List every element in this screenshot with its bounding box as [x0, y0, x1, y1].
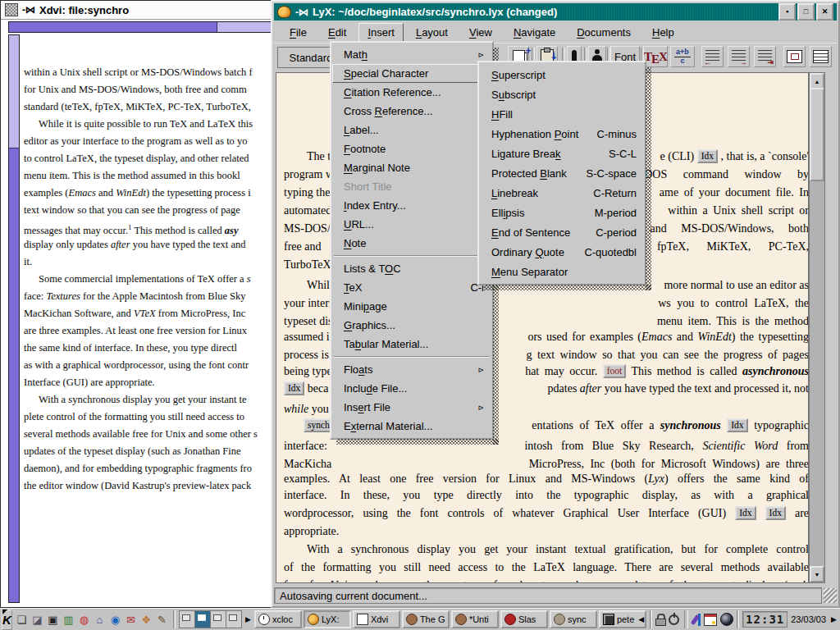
news-icon[interactable]: ❖ [139, 610, 154, 628]
menu-item-minipage[interactable]: Minipage [332, 297, 491, 316]
xdvi-titlebar[interactable]: -⋈ Xdvi: file:synchro [1, 1, 272, 20]
insert-marginnote-icon[interactable] [728, 46, 750, 67]
menubar-navigate[interactable]: Navigate [504, 23, 564, 42]
xdvi-hscroll-thumb[interactable] [9, 22, 217, 32]
task-button-slas[interactable]: Slas [500, 610, 548, 628]
console-icon[interactable]: ▣ [45, 610, 61, 628]
xdvi-vscroll-thumb[interactable] [9, 148, 19, 602]
menu-item-url[interactable]: URL... [332, 215, 491, 234]
menubar-file[interactable]: File [281, 23, 316, 42]
menubar-edit[interactable]: Edit [319, 23, 355, 42]
inline-inset-button[interactable]: foot [603, 364, 627, 378]
scroll-up-icon[interactable]: ▲ [810, 73, 824, 89]
maximize-button[interactable]: □ [797, 3, 815, 21]
task-button-sync[interactable]: sync [550, 610, 597, 628]
taskbar-date[interactable]: 23/03/03 [789, 614, 828, 624]
desktop-pager[interactable] [179, 610, 242, 628]
menu-item-tex[interactable]: TeXC-l [332, 278, 491, 297]
tex-mode-icon[interactable]: TEX [643, 46, 668, 67]
task-button-lyx[interactable]: LyX: [304, 610, 351, 628]
inline-inset-button[interactable]: Idx [727, 418, 747, 432]
help-lifebuoy-icon[interactable]: ◍ [76, 610, 92, 628]
lock-screen-icon[interactable] [655, 614, 665, 625]
menu-item-marginal-note[interactable]: Marginal Note [332, 158, 491, 177]
editor-pen-icon[interactable]: ✎ [154, 610, 170, 628]
moon-phase-icon[interactable] [720, 613, 733, 626]
submenu-item-protected-blank[interactable]: Protected BlankS-C-space [480, 163, 644, 183]
insert-figure-icon[interactable] [783, 46, 806, 67]
menubar-view[interactable]: View [460, 23, 501, 42]
menu-item-floats[interactable]: Floats⊳ [332, 360, 491, 379]
submenu-item-subscript[interactable]: Subscript [480, 84, 644, 104]
menu-item-external-material[interactable]: External Material... [332, 417, 491, 436]
menu-item-insert-file[interactable]: Insert File⊳ [332, 398, 491, 417]
web-browser-icon[interactable]: ◉ [107, 610, 123, 628]
pager-desktop-2[interactable] [195, 611, 211, 628]
digital-clock[interactable]: 12:31 [742, 611, 788, 628]
submenu-item-linebreak[interactable]: LinebreakC-Return [480, 183, 644, 203]
menu-item-cross-reference[interactable]: Cross Reference... [332, 102, 491, 121]
menubar-help[interactable]: Help [643, 23, 683, 42]
inline-inset-button[interactable]: Idx [765, 506, 786, 520]
logout-power-icon[interactable] [669, 614, 679, 625]
menu-item-label[interactable]: Label... [332, 121, 491, 139]
pin-icon[interactable]: -⋈ [295, 7, 308, 18]
klipper-icon[interactable] [693, 614, 701, 626]
submenu-item-hfill[interactable]: HFill [480, 104, 644, 124]
menubar-documents[interactable]: Documents [568, 23, 640, 42]
submenu-item-end-of-sentence[interactable]: End of SentenceC-period [480, 222, 644, 242]
tasklist-expander-icon[interactable]: ▶ [244, 615, 253, 623]
system-tower-icon[interactable]: ▥ [61, 610, 76, 628]
inline-inset-button[interactable]: Idx [284, 381, 304, 395]
scrollbar-thumb[interactable] [810, 88, 824, 181]
pager-desktop-1[interactable] [180, 611, 195, 628]
inline-inset-button[interactable]: Idx [697, 149, 718, 163]
menu-item-tabular-material[interactable]: Tabular Material... [332, 335, 491, 354]
menu-item-math[interactable]: Math⊳ [332, 45, 491, 64]
panel-hide-arrow-icon[interactable]: ▶ [829, 615, 838, 623]
menu-item-lists-toc[interactable]: Lists & TOC [332, 259, 491, 278]
task-button-unti[interactable]: *Unti [451, 610, 499, 628]
menu-item-graphics[interactable]: Graphics... [332, 316, 491, 335]
menu-item-footnote[interactable]: Footnote [332, 139, 491, 158]
submenu-item-menu-separator[interactable]: Menu Separator [480, 262, 644, 281]
menubar-insert[interactable]: Insert [358, 23, 404, 42]
menu-item-special-character[interactable]: Special Character [332, 64, 491, 83]
menu-item-short-title[interactable]: Short Title [332, 177, 491, 196]
iconify-button[interactable]: ▪ [778, 3, 796, 21]
mail-icon[interactable]: ✉ [123, 610, 139, 628]
insert-footnote-icon[interactable] [701, 46, 724, 67]
resize-grip[interactable] [824, 588, 837, 603]
pin-icon[interactable]: -⋈ [22, 4, 35, 16]
organizer-icon[interactable] [704, 614, 717, 626]
inline-inset-button[interactable]: Idx [735, 506, 756, 520]
task-button-pete[interactable]: pete◀ [599, 610, 646, 628]
scroll-down-icon[interactable]: ▼ [810, 566, 824, 582]
window-list-icon[interactable]: ❏ [14, 610, 30, 628]
insert-depth-icon[interactable] [754, 46, 776, 67]
task-button-xdvi[interactable]: Xdvi [353, 610, 400, 628]
menu-item-include-file[interactable]: Include File... [332, 379, 491, 398]
task-button-xcloc[interactable]: xcloc [254, 610, 302, 628]
insert-table-icon[interactable] [810, 46, 832, 67]
menu-item-note[interactable]: Note [332, 234, 491, 253]
pager-desktop-4[interactable] [226, 611, 241, 628]
submenu-item-superscript[interactable]: Superscript [480, 65, 644, 84]
lyx-titlebar[interactable]: -⋈ LyX: ~/doc/beginlatex/src/synchro.lyx… [274, 3, 837, 21]
home-folder-icon[interactable]: ⌂ [92, 610, 107, 628]
close-button[interactable]: ✕ [816, 3, 833, 21]
desktop-icon[interactable]: ◪ [30, 610, 45, 628]
submenu-item-ordinary-quote[interactable]: Ordinary QuoteC-quotedbl [480, 242, 644, 262]
submenu-item-ellipsis[interactable]: EllipsisM-period [480, 203, 644, 222]
xdvi-horizontal-scrollbar[interactable] [8, 21, 272, 33]
submenu-item-ligature-break[interactable]: Ligature BreakS-C-L [480, 144, 644, 163]
menubar-layout[interactable]: Layout [407, 23, 457, 42]
math-fraction-icon[interactable]: a+bc [670, 46, 695, 67]
xdvi-vertical-scrollbar[interactable] [8, 34, 20, 603]
document-scrollbar[interactable]: ▲ ▼ [809, 72, 825, 583]
k-menu-button[interactable]: K [2, 609, 12, 630]
pager-desktop-3[interactable] [211, 611, 226, 628]
task-button-theg[interactable]: The G [402, 610, 450, 628]
menu-item-index-entry[interactable]: Index Entry... [332, 196, 491, 215]
submenu-item-hyphenation-point[interactable]: Hyphenation PointC-minus [480, 124, 644, 144]
